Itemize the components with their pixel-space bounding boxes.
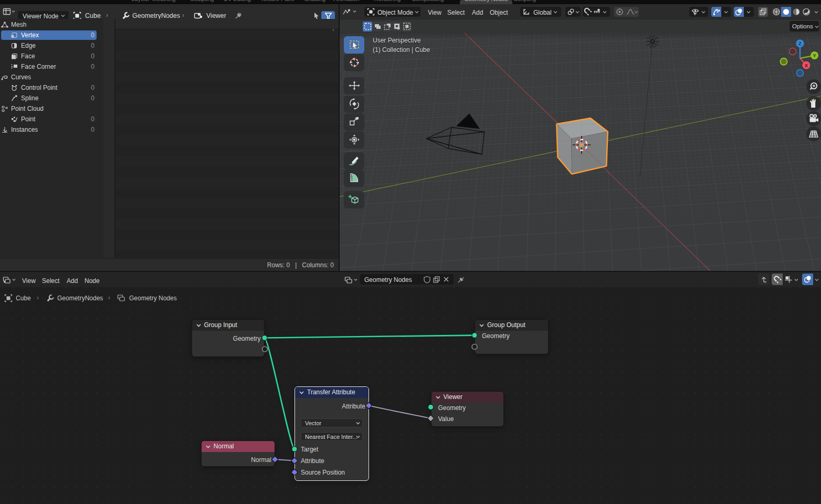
svg-text:Z: Z — [798, 40, 802, 46]
svg-text:X: X — [805, 62, 808, 68]
svg-text:Y: Y — [813, 52, 816, 58]
